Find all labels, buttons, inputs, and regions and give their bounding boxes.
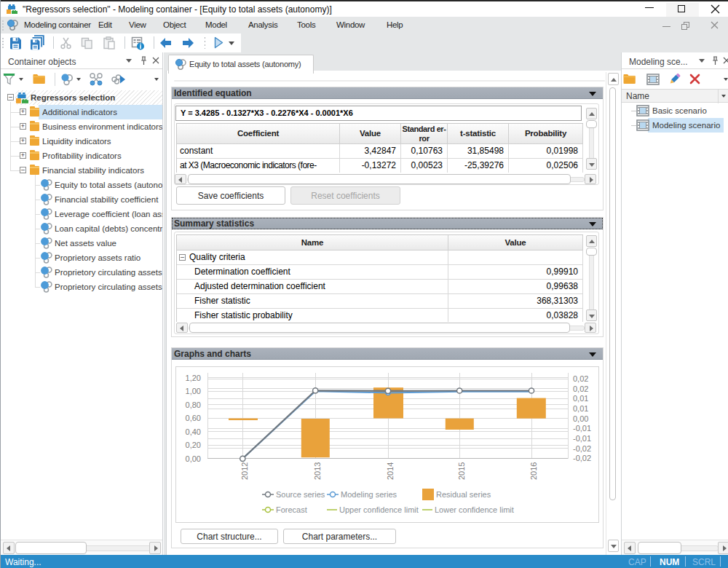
svg-text:2012: 2012	[240, 462, 249, 480]
svg-text:Lower confidence limit: Lower confidence limit	[435, 505, 514, 514]
svg-text:0,01: 0,01	[573, 394, 588, 403]
svg-text:1,20: 1,20	[186, 374, 201, 382]
svg-text:-0,02: -0,02	[573, 454, 591, 462]
svg-text:0,02: 0,02	[573, 384, 588, 393]
svg-text:0,01: 0,01	[573, 404, 588, 413]
svg-text:-0,02: -0,02	[573, 444, 591, 453]
svg-text:0,02: 0,02	[573, 374, 588, 383]
svg-text:Source series: Source series	[276, 490, 325, 499]
svg-text:0,00: 0,00	[573, 414, 588, 423]
svg-text:2016: 2016	[529, 462, 538, 480]
svg-text:2015: 2015	[457, 462, 466, 480]
svg-text:Residual series: Residual series	[436, 490, 491, 499]
svg-text:0,80: 0,80	[186, 401, 201, 409]
svg-text:0,60: 0,60	[186, 414, 201, 422]
svg-text:-0,01: -0,01	[573, 424, 591, 433]
svg-text:Forecast: Forecast	[276, 505, 307, 514]
svg-text:2014: 2014	[386, 462, 395, 480]
svg-text:2013: 2013	[313, 462, 322, 480]
svg-text:Upper confidence limit: Upper confidence limit	[339, 505, 419, 514]
svg-text:0,00: 0,00	[186, 454, 201, 463]
svg-text:0,20: 0,20	[186, 441, 201, 449]
svg-text:-0,01: -0,01	[573, 434, 591, 443]
svg-text:1,00: 1,00	[186, 387, 201, 395]
svg-text:Modeling series: Modeling series	[341, 490, 397, 499]
svg-text:0,40: 0,40	[186, 427, 201, 436]
